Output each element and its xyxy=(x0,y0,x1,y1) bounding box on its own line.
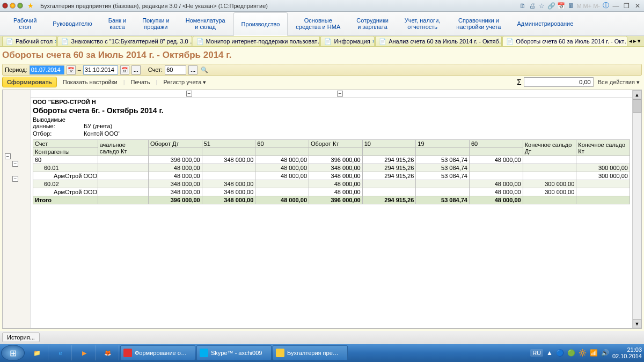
pinned-explorer[interactable]: 📁 xyxy=(26,345,48,360)
tool-icon[interactable]: 🖨 xyxy=(528,2,536,10)
document-tabs: 📄Рабочий стол×📄Знакомство с "1С:Бухгалте… xyxy=(0,36,644,47)
help-icon[interactable]: ⓘ xyxy=(602,2,610,10)
menu-item[interactable]: Руководителю xyxy=(45,12,100,35)
menu-item[interactable]: Учет, налоги,отчетность xyxy=(397,12,448,35)
search-icon[interactable]: 🔍 xyxy=(200,65,209,75)
row-gutter: − − − xyxy=(3,90,31,328)
th-51: 51 xyxy=(202,140,255,148)
tb-dot-orange xyxy=(10,3,16,9)
scroll-down-icon[interactable]: ▼ xyxy=(633,319,641,328)
main-menu: РабочийстолРуководителюБанк икассаПокупк… xyxy=(0,12,644,36)
col-collapse-icon[interactable]: − xyxy=(337,91,343,97)
menu-item[interactable]: Производство xyxy=(233,12,288,36)
table-row[interactable]: 60.0148 000,0048 000,00348 000,00294 915… xyxy=(33,164,630,172)
period-more-button[interactable]: ... xyxy=(131,65,141,75)
pinned-ff[interactable]: 🦊 xyxy=(97,345,119,360)
vertical-scrollbar[interactable]: ▲ ▼ xyxy=(632,90,641,328)
menu-item[interactable]: Основныесредства и НМА xyxy=(288,12,348,35)
taskbar-app[interactable]: Формирование о… xyxy=(120,345,195,360)
tab-close-icon[interactable]: × xyxy=(372,38,375,45)
tray-icon[interactable]: 📶 xyxy=(590,349,598,357)
menu-item[interactable]: Сотрудникии зарплата xyxy=(348,12,397,35)
tray-icon[interactable]: 🔆 xyxy=(579,349,587,357)
menu-item[interactable]: Покупки ипродажи xyxy=(134,12,178,35)
tab-list-icon[interactable]: ▾ xyxy=(638,38,641,45)
tray-network-icon[interactable]: 🔵 xyxy=(556,349,564,357)
calendar-icon[interactable]: 📅 xyxy=(67,65,76,75)
window-title: Бухгалтерия предприятия (базовая), редак… xyxy=(40,3,268,9)
report-table: Счет ачальное сальдо Кт Оборот Дт 51 60 … xyxy=(33,139,630,204)
collapse-icon[interactable]: − xyxy=(5,153,11,159)
tool-icon[interactable]: ☆ xyxy=(538,2,546,10)
tool-icon[interactable]: 🔗 xyxy=(547,2,555,10)
table-total-row: Итого396 000,00348 000,0048 000,00396 00… xyxy=(33,196,630,204)
taskbar-app[interactable]: Бухгалтерия пре… xyxy=(273,345,348,360)
tab-prev-icon[interactable]: ◂ xyxy=(629,38,632,45)
pinned-ie[interactable]: e xyxy=(49,345,72,360)
m-plus-icon[interactable]: M+ xyxy=(583,3,592,9)
form-button[interactable]: Сформировать xyxy=(2,77,57,87)
table-row[interactable]: 60396 000,00348 000,0048 000,00396 000,0… xyxy=(33,156,630,164)
th-10: 10 xyxy=(362,140,416,148)
clock[interactable]: 21:0302.10.2014 xyxy=(612,346,642,359)
menu-item[interactable]: Номенклатураи склад xyxy=(178,12,233,35)
lang-indicator[interactable]: RU xyxy=(530,349,543,357)
tab[interactable]: 📄Рабочий стол× xyxy=(2,36,57,46)
tool-icon[interactable]: 🗎 xyxy=(518,2,526,10)
all-actions-button[interactable]: Все действия ▾ xyxy=(596,79,642,86)
start-button[interactable]: ⊞ xyxy=(1,345,25,361)
tool-icon[interactable]: 📅 xyxy=(557,2,565,10)
close-icon[interactable]: ✕ xyxy=(633,2,642,10)
maximize-icon[interactable]: ❐ xyxy=(622,2,631,10)
action-bar: Сформировать Показать настройки | Печать… xyxy=(2,76,642,88)
tray-sound-icon[interactable]: 🟢 xyxy=(567,349,575,357)
show-settings-button[interactable]: Показать настройки xyxy=(59,77,121,87)
taskbar-app[interactable]: Skype™ - axchi009 xyxy=(196,345,272,360)
th-endkt: Конечное сальдо Кт xyxy=(576,140,630,156)
th-obdt: Оборот Дт xyxy=(149,140,202,148)
tab[interactable]: 📄Монитор интернет-поддержки пользоват…× xyxy=(193,36,320,46)
table-row[interactable]: 60.02348 000,00348 000,0048 000,0048 000… xyxy=(33,180,630,188)
sum-input[interactable] xyxy=(524,77,594,87)
menu-item[interactable]: Банк икасса xyxy=(100,12,134,35)
history-button[interactable]: История... xyxy=(2,333,40,342)
menu-item[interactable]: Справочники инастройки учета xyxy=(448,12,509,35)
th-19: 19 xyxy=(416,140,470,148)
calendar-icon[interactable]: 📅 xyxy=(120,65,129,75)
m-minus-icon[interactable]: M- xyxy=(593,3,600,9)
tray-flag-icon[interactable]: ▲ xyxy=(546,349,553,357)
scroll-up-icon[interactable]: ▲ xyxy=(633,90,641,99)
page-title: Обороты счета 60 за Июль 2014 г. - Октяб… xyxy=(2,49,642,64)
print-button[interactable]: Печать xyxy=(127,77,154,87)
account-input[interactable] xyxy=(165,65,186,75)
sum-icon: Σ xyxy=(517,78,522,86)
tool-icon[interactable]: 🖩 xyxy=(567,2,575,10)
tab[interactable]: 📄Обороты счета 60 за Июль 2014 г. - Окт…… xyxy=(502,36,627,46)
tray-icon[interactable]: 🔊 xyxy=(601,349,609,357)
period-bar: Период: 📅 – 📅 ... Счет: ... 🔍 xyxy=(2,64,642,76)
scroll-thumb[interactable] xyxy=(633,99,641,113)
collapse-icon[interactable]: − xyxy=(12,176,18,182)
menu-item[interactable]: Администрирование xyxy=(509,12,581,35)
table-row[interactable]: АрмСтрой ООО348 000,00348 000,0048 000,0… xyxy=(33,188,630,196)
period-to-input[interactable] xyxy=(83,65,118,75)
tab[interactable]: 📄Анализ счета 60 за Июль 2014 г. - Октяб… xyxy=(375,36,502,46)
account-more-button[interactable]: ... xyxy=(188,65,197,75)
minimize-icon[interactable]: — xyxy=(611,2,620,10)
table-row[interactable]: АрмСтрой ООО48 000,0048 000,00348 000,00… xyxy=(33,172,630,180)
m-icon[interactable]: M xyxy=(576,3,581,9)
menu-item[interactable]: Рабочийстол xyxy=(5,12,45,35)
tab[interactable]: 📄Информация× xyxy=(320,36,375,46)
report-area: − − − − − ООО "ЕВРО-СТРОЙ Н Обороты счет… xyxy=(2,90,642,329)
period-from-input[interactable] xyxy=(30,65,64,75)
tb-dot-green xyxy=(17,3,23,9)
tab-next-icon[interactable]: ▸ xyxy=(633,38,636,45)
favorite-icon[interactable]: ★ xyxy=(27,2,34,10)
register-button[interactable]: Регистр учета ▾ xyxy=(159,77,210,88)
th-obkt: Оборот Кт xyxy=(309,140,363,148)
col-collapse-icon[interactable]: − xyxy=(186,91,192,97)
pinned-wmp[interactable]: ▶ xyxy=(73,345,96,360)
collapse-icon[interactable]: − xyxy=(12,161,18,167)
tab[interactable]: 📄Знакомство с "1С:Бухгалтерией 8" ред. 3… xyxy=(57,36,192,46)
tab-close-icon[interactable]: × xyxy=(55,38,57,45)
